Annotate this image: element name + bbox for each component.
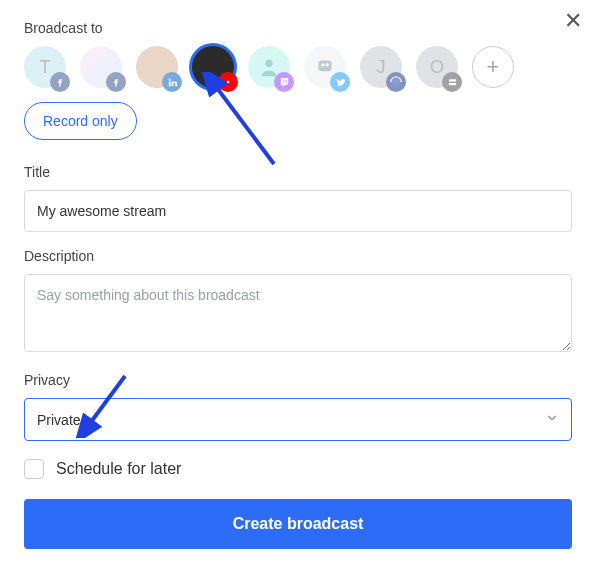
destination-facebook-1[interactable]: T [24, 46, 66, 88]
avatar-initial: O [430, 57, 444, 78]
description-label: Description [24, 248, 572, 264]
title-input[interactable] [24, 190, 572, 232]
server-icon [442, 72, 462, 92]
svg-rect-6 [448, 82, 455, 84]
destination-twitter[interactable] [304, 46, 346, 88]
schedule-row: Schedule for later [24, 459, 572, 479]
add-destination-button[interactable]: + [472, 46, 514, 88]
title-label: Title [24, 164, 572, 180]
plus-icon: + [487, 54, 500, 80]
privacy-label: Privacy [24, 372, 572, 388]
svg-rect-5 [448, 79, 455, 81]
avatar-initial: T [40, 57, 51, 78]
destination-youtube[interactable] [192, 46, 234, 88]
destination-mixer[interactable]: J [360, 46, 402, 88]
schedule-checkbox[interactable] [24, 459, 44, 479]
svg-line-7 [214, 84, 274, 164]
schedule-label: Schedule for later [56, 460, 181, 478]
avatar-initial: J [377, 57, 386, 78]
svg-rect-1 [319, 61, 332, 72]
broadcast-to-label: Broadcast to [24, 20, 572, 36]
destination-row: T J O [24, 46, 572, 88]
facebook-icon [106, 72, 126, 92]
destination-custom-rtmp[interactable]: O [416, 46, 458, 88]
create-broadcast-button[interactable]: Create broadcast [24, 499, 572, 549]
svg-point-3 [326, 63, 329, 66]
record-only-button[interactable]: Record only [24, 102, 137, 140]
destination-facebook-2[interactable] [80, 46, 122, 88]
privacy-selected-value: Private [37, 412, 81, 428]
spiral-icon [386, 72, 406, 92]
close-icon[interactable]: ✕ [564, 10, 582, 32]
chevron-down-icon [545, 411, 559, 428]
destination-linkedin[interactable] [136, 46, 178, 88]
youtube-icon [218, 72, 238, 92]
svg-point-0 [265, 60, 272, 67]
linkedin-icon [162, 72, 182, 92]
destination-twitch[interactable] [248, 46, 290, 88]
facebook-icon [50, 72, 70, 92]
svg-point-2 [321, 63, 324, 66]
twitch-icon [274, 72, 294, 92]
description-input[interactable] [24, 274, 572, 352]
twitter-icon [330, 72, 350, 92]
privacy-select[interactable]: Private [24, 398, 572, 441]
